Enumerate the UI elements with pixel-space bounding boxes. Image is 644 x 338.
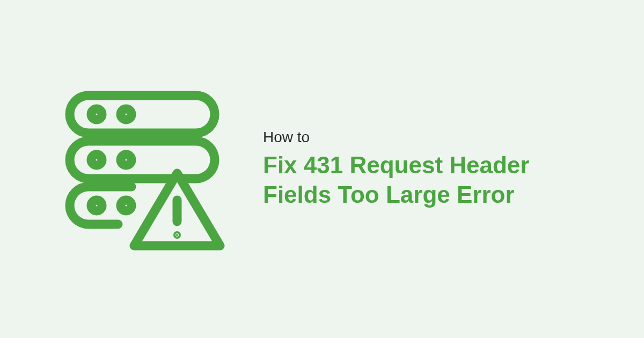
title: Fix 431 Request Header Fields Too Large …: [263, 150, 585, 209]
subtitle: How to: [263, 129, 585, 146]
svg-point-4: [91, 155, 102, 165]
svg-point-5: [121, 155, 131, 165]
svg-point-1: [91, 109, 102, 120]
svg-point-6: [91, 200, 102, 211]
server-warning-icon: [54, 79, 231, 259]
svg-point-9: [176, 234, 178, 236]
hero-container: How to Fix 431 Request Header Fields Too…: [54, 79, 585, 259]
svg-point-2: [121, 109, 131, 120]
text-content: How to Fix 431 Request Header Fields Too…: [263, 129, 585, 209]
svg-point-7: [121, 200, 131, 211]
